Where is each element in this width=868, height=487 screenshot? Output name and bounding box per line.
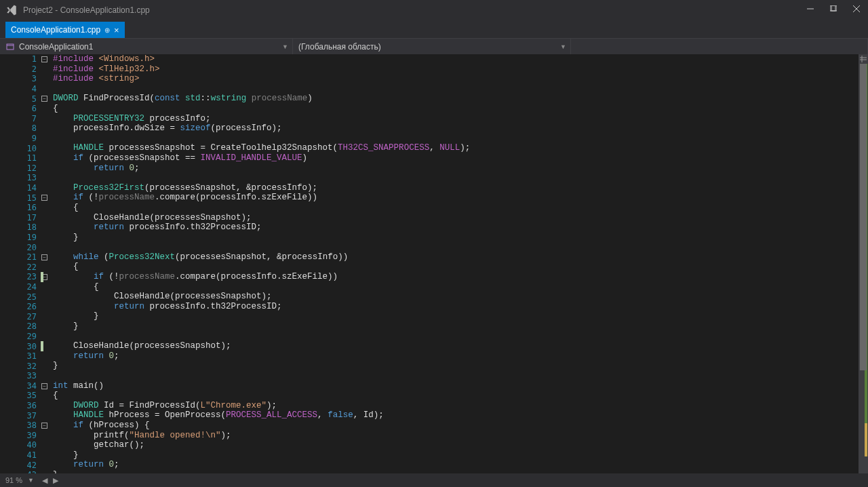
line-number[interactable]: 14 (0, 183, 41, 193)
code-line[interactable]: return 0; (53, 163, 859, 174)
fold-toggle[interactable]: − (41, 423, 47, 429)
code-line[interactable]: DWORD Id = FindProcessId(L"Chrome.exe"); (53, 401, 859, 411)
line-number[interactable]: 11 (0, 153, 41, 163)
code-line[interactable]: return 0; (53, 351, 859, 362)
code-line[interactable]: CloseHandle(processesSnapshot); (53, 292, 859, 302)
line-number[interactable]: 22 (0, 262, 41, 272)
zoom-dropdown-icon[interactable]: ▼ (28, 477, 34, 484)
code-line[interactable]: printf("Handle opened!\n"); (53, 431, 859, 441)
fold-toggle[interactable]: − (41, 383, 47, 389)
line-number[interactable]: 18 (0, 222, 41, 233)
line-number[interactable]: 3 (0, 74, 41, 84)
code-line[interactable]: return processInfo.th32ProcessID; (53, 302, 859, 312)
code-line[interactable] (53, 134, 859, 144)
line-number[interactable]: 21 (0, 252, 41, 262)
code-line[interactable]: return processInfo.th32ProcessID; (53, 222, 859, 233)
line-number[interactable]: 33 (0, 371, 41, 381)
line-number[interactable]: 41 (0, 450, 41, 461)
fold-toggle[interactable]: − (41, 195, 47, 201)
fold-toggle[interactable]: − (41, 56, 47, 62)
line-number[interactable]: 29 (0, 332, 41, 342)
code-line[interactable]: { (53, 203, 859, 213)
line-number[interactable]: 17 (0, 213, 41, 223)
code-line[interactable]: while (Process32Next(processesSnapshot, … (53, 252, 859, 262)
code-line[interactable]: } (53, 322, 859, 332)
code-line[interactable]: CloseHandle(processesSnapshot); (53, 213, 859, 223)
code-line[interactable]: { (53, 262, 859, 272)
line-number[interactable]: 35 (0, 391, 41, 401)
code-line[interactable] (53, 332, 859, 342)
line-number[interactable]: 8 (0, 123, 41, 134)
code-line[interactable]: HANDLE processesSnapshot = CreateToolhel… (53, 143, 859, 153)
code-line[interactable]: int main() (53, 381, 859, 391)
editor-area[interactable]: 1234567891011121314151617181920212223242… (0, 54, 859, 473)
line-number[interactable]: 40 (0, 440, 41, 450)
line-number[interactable]: 28 (0, 322, 41, 332)
class-dropdown[interactable]: ConsoleApplication1 ▼ (0, 39, 293, 54)
line-number[interactable]: 32 (0, 361, 41, 371)
line-number[interactable]: 4 (0, 84, 41, 94)
code-line[interactable] (53, 84, 859, 94)
scroll-thumb[interactable] (860, 56, 867, 370)
minimize-button[interactable] (799, 0, 822, 18)
code-line[interactable]: #include <string> (53, 74, 859, 84)
line-number[interactable]: 6 (0, 104, 41, 114)
line-number[interactable]: 39 (0, 431, 41, 441)
close-button[interactable] (845, 0, 868, 18)
code-line[interactable]: { (53, 282, 859, 292)
code-line[interactable]: { (53, 104, 859, 114)
code-line[interactable]: { (53, 391, 859, 401)
zoom-level[interactable]: 91 % (5, 476, 22, 484)
line-number[interactable]: 38 (0, 421, 41, 431)
line-number[interactable]: 23 (0, 272, 41, 282)
line-number[interactable]: 16 (0, 203, 41, 213)
line-number[interactable]: 1 (0, 54, 41, 64)
line-number[interactable]: 37 (0, 410, 41, 421)
code-line[interactable]: } (53, 311, 859, 322)
code-line[interactable]: HANDLE hProcess = OpenProcess(PROCESS_AL… (53, 410, 859, 421)
tab-close-icon[interactable]: × (114, 25, 119, 35)
code-line[interactable] (53, 242, 859, 252)
line-gutter[interactable]: 1234567891011121314151617181920212223242… (0, 54, 41, 473)
code-line[interactable]: if (hProcess) { (53, 421, 859, 431)
code-line[interactable]: CloseHandle(processesSnapshot); (53, 341, 859, 351)
nav-fwd-icon[interactable]: ▶ (53, 476, 58, 485)
code-line[interactable]: if (!processName.compare(processInfo.szE… (53, 272, 859, 282)
line-number[interactable]: 20 (0, 242, 41, 252)
maximize-button[interactable] (822, 0, 845, 18)
code-line[interactable]: processInfo.dwSize = sizeof(processInfo)… (53, 123, 859, 134)
line-number[interactable]: 30 (0, 341, 41, 351)
code-line[interactable]: return 0; (53, 460, 859, 470)
scope-dropdown[interactable]: (Глобальная область) ▼ (293, 39, 571, 54)
nav-back-icon[interactable]: ◀ (42, 476, 47, 485)
code-line[interactable] (53, 173, 859, 183)
code-line[interactable]: PROCESSENTRY32 processInfo; (53, 114, 859, 124)
tab-active[interactable]: ConsoleApplication1.cpp ⊕ × (5, 22, 125, 38)
member-dropdown[interactable] (571, 39, 868, 54)
code-line[interactable]: getchar(); (53, 440, 859, 450)
line-number[interactable]: 24 (0, 282, 41, 292)
line-number[interactable]: 36 (0, 401, 41, 411)
line-number[interactable]: 26 (0, 302, 41, 312)
code-line[interactable]: } (53, 233, 859, 243)
line-number[interactable]: 7 (0, 114, 41, 124)
line-number[interactable]: 9 (0, 134, 41, 144)
vertical-scrollbar[interactable] (859, 54, 868, 473)
line-number[interactable]: 12 (0, 163, 41, 174)
line-number[interactable]: 10 (0, 143, 41, 153)
code-line[interactable]: DWORD FindProcessId(const std::wstring p… (53, 94, 859, 104)
split-handle-icon[interactable] (859, 54, 868, 64)
line-number[interactable]: 2 (0, 64, 41, 75)
line-number[interactable]: 42 (0, 460, 41, 470)
fold-toggle[interactable]: − (41, 254, 47, 260)
code-content[interactable]: #include <Windows.h>#include <TlHelp32.h… (50, 54, 859, 473)
line-number[interactable]: 13 (0, 173, 41, 183)
code-line[interactable]: #include <TlHelp32.h> (53, 64, 859, 75)
code-line[interactable]: Process32First(processesSnapshot, &proce… (53, 183, 859, 193)
line-number[interactable]: 31 (0, 351, 41, 362)
line-number[interactable]: 27 (0, 311, 41, 322)
code-line[interactable]: if (!processName.compare(processInfo.szE… (53, 193, 859, 203)
code-line[interactable]: } (53, 450, 859, 461)
line-number[interactable]: 15 (0, 193, 41, 203)
code-line[interactable]: if (processesSnapshot == INVALID_HANDLE_… (53, 153, 859, 163)
